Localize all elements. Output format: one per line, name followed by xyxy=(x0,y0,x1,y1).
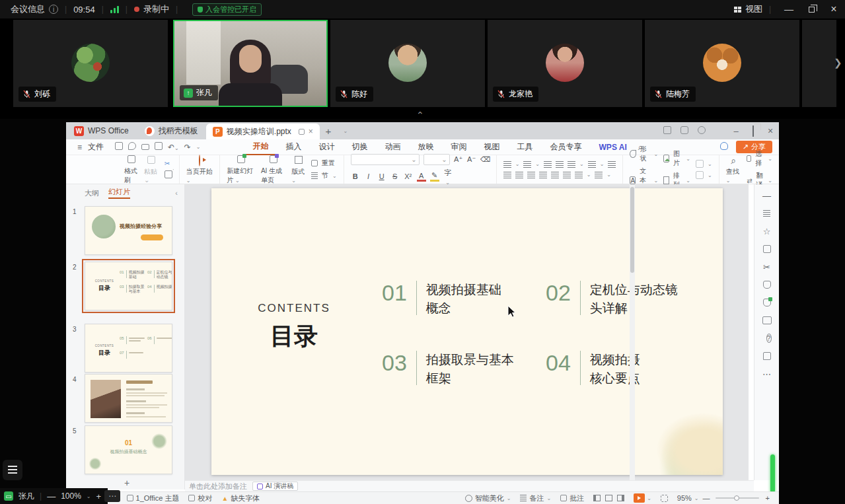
participant-tile[interactable]: 陈好 xyxy=(330,20,485,107)
slideshow-play-button[interactable] xyxy=(634,493,645,503)
zoom-level-button[interactable]: 95%⌄ xyxy=(677,494,699,502)
zoom-dropdown-icon[interactable]: ⌄ xyxy=(87,493,91,499)
effects-star-icon[interactable]: ☆ xyxy=(762,227,772,236)
font-color-button[interactable]: A xyxy=(417,172,426,182)
menu-tab-insert[interactable]: 插入 xyxy=(277,139,311,155)
zoom-value[interactable]: 100% xyxy=(61,491,81,501)
help-icon[interactable]: ? xyxy=(762,334,772,343)
menu-tab-transition[interactable]: 切换 xyxy=(344,139,377,155)
minimize-button[interactable]: — xyxy=(778,0,800,18)
screen-sync-icon[interactable] xyxy=(659,126,676,136)
zoom-out-status-button[interactable]: — xyxy=(703,494,710,502)
new-tab-button[interactable]: + xyxy=(320,126,337,137)
paste-button[interactable]: 粘贴 ⌄ xyxy=(144,155,159,184)
green-scroll-indicator[interactable] xyxy=(770,454,775,493)
maximize-button[interactable] xyxy=(800,0,823,18)
participant-tile[interactable]: 陆梅芳 xyxy=(645,20,799,107)
tab-outline[interactable]: 大纲 xyxy=(85,188,99,198)
new-slide-button[interactable]: 新建幻灯片 ⌄ xyxy=(227,155,256,185)
text-direction-button[interactable] xyxy=(568,161,575,168)
decrease-indent-button[interactable] xyxy=(544,161,552,168)
missing-font-button[interactable]: ▲缺失字体 xyxy=(221,493,260,503)
theme-settings-icon[interactable] xyxy=(762,298,772,307)
more-tools-icon[interactable]: ⋯ xyxy=(762,369,772,378)
align-left-button[interactable] xyxy=(503,172,511,178)
menu-tab-view[interactable]: 视图 xyxy=(476,139,509,155)
normal-view-icon[interactable] xyxy=(593,495,601,501)
distribute-button[interactable] xyxy=(551,172,559,178)
save-icon[interactable] xyxy=(115,142,123,152)
reading-view-icon[interactable] xyxy=(762,316,772,325)
current-slide[interactable]: CONTENTS 目录 01 视频拍摄基础概念 02 定机位与动态镜头详解 03… xyxy=(211,188,723,475)
menu-tab-home[interactable]: 开始 xyxy=(244,139,277,155)
slide-sorter-icon[interactable] xyxy=(605,495,612,501)
admission-control-badge[interactable]: 入会管控已开启 xyxy=(192,3,262,16)
slide-thumbnail-4[interactable] xyxy=(85,374,172,423)
ai-generate-page-button[interactable]: AI 生成单页 xyxy=(261,155,286,185)
info-icon[interactable]: i xyxy=(49,5,58,14)
wps-restore-button[interactable] xyxy=(745,126,762,136)
align-objects-button[interactable] xyxy=(595,172,603,178)
collapse-panel-button[interactable]: ‹ xyxy=(175,189,178,197)
comment-pane-icon[interactable] xyxy=(762,351,772,361)
menu-tab-animation[interactable]: 动画 xyxy=(377,139,410,155)
slideshow-options-icon[interactable]: ⌄ xyxy=(647,495,651,501)
undo-icon[interactable]: ↶⌄ xyxy=(168,143,179,152)
menu-tab-design[interactable]: 设计 xyxy=(311,139,344,155)
smart-beautify-button[interactable]: 智能美化⌄ xyxy=(461,493,511,503)
cut-button[interactable]: ✂ xyxy=(165,160,172,167)
find-button[interactable]: ⌕查找 ⌄ xyxy=(726,155,742,184)
menu-tab-member[interactable]: 会员专享 xyxy=(542,139,591,155)
zoom-out-button[interactable]: — xyxy=(47,491,55,501)
tab-list-button[interactable]: ⌄ xyxy=(337,128,354,134)
reset-button[interactable]: 重置 xyxy=(311,159,337,168)
shapes-button[interactable]: 形状⌄ xyxy=(630,145,658,163)
picture-button[interactable]: 图片⌄ xyxy=(663,149,690,168)
network-signal-icon[interactable] xyxy=(110,5,119,13)
section-button[interactable]: 节 ⌄ xyxy=(311,171,337,180)
tab-slides[interactable]: 幻灯片 xyxy=(108,187,130,199)
zoom-slider-knob[interactable] xyxy=(734,495,739,501)
zoom-in-button[interactable]: + xyxy=(96,491,102,501)
italic-button[interactable]: I xyxy=(364,172,373,180)
document-tab[interactable]: P 视频实操培训.pptx × xyxy=(206,124,320,139)
slide-thumbnail-3[interactable]: CONTENTS 目录 05 06 07 xyxy=(85,324,172,373)
bold-button[interactable]: B xyxy=(351,172,360,180)
ai-script-button[interactable]: AI 演讲稿 xyxy=(252,482,298,491)
redo-icon[interactable]: ↷ xyxy=(184,143,191,152)
slide-thumbnail-2-selected[interactable]: CONTENTS 目录 01视频拍摄基础 02定机位与动态镜 03拍摄取景与基本… xyxy=(85,262,172,310)
cloud-sync-icon[interactable] xyxy=(720,142,728,152)
increase-indent-button[interactable] xyxy=(556,161,564,168)
comments-button[interactable]: 批注 xyxy=(560,493,584,503)
globe-icon[interactable] xyxy=(693,126,710,136)
theme-button[interactable]: 1_Office 主题 xyxy=(127,493,180,503)
bullet-list-button[interactable] xyxy=(503,161,511,168)
meeting-info-button[interactable]: 会议信息 xyxy=(11,3,45,15)
add-slide-button[interactable]: + xyxy=(124,478,129,488)
wps-minimize-button[interactable]: – xyxy=(727,126,745,136)
file-menu[interactable]: ≡ 文件 xyxy=(66,139,112,155)
toolkit-icon[interactable]: ✂ xyxy=(762,262,772,271)
participant-tile[interactable]: 龙家艳 xyxy=(488,20,642,107)
numbered-list-button[interactable] xyxy=(523,161,531,168)
reading-view-icon[interactable] xyxy=(617,495,624,501)
format-painter-button[interactable]: 格式刷 xyxy=(124,155,139,185)
overlay-more-button[interactable]: ⋯ xyxy=(104,490,120,502)
paragraph-spacing-button[interactable] xyxy=(575,172,583,178)
copy-button[interactable] xyxy=(165,170,172,180)
text-effects-button[interactable]: 字⌄ xyxy=(443,168,453,186)
slide-thumbnail-1[interactable]: 视频拍摄经验分享 xyxy=(85,206,172,255)
menu-tab-tools[interactable]: 工具 xyxy=(509,139,542,155)
recording-label[interactable]: 录制中 xyxy=(143,3,169,15)
pin-tab-icon[interactable] xyxy=(299,129,305,135)
wps-close-button[interactable]: × xyxy=(762,126,779,136)
justify-button[interactable] xyxy=(539,172,547,178)
columns-button[interactable] xyxy=(563,172,571,178)
highlight-color-button[interactable]: ✎ xyxy=(430,171,439,182)
layout-button[interactable]: 版式 ⌄ xyxy=(291,155,306,184)
collapse-pane-icon[interactable]: — xyxy=(762,191,772,200)
next-participants-button[interactable]: ❯ xyxy=(834,57,842,69)
app-tab-wps-office[interactable]: W WPS Office xyxy=(66,122,137,139)
print-icon[interactable] xyxy=(141,143,149,152)
superscript-button[interactable]: X² xyxy=(404,172,413,180)
